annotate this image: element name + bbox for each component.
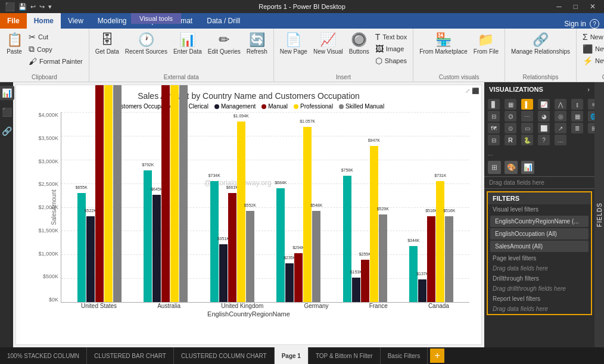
visual-tools-tab[interactable]: Visual tools: [131, 13, 181, 24]
signin-link[interactable]: Sign in: [564, 20, 586, 28]
bar-4-2[interactable]: $255K: [361, 260, 369, 302]
viz-icon-scatter[interactable]: ⋯: [521, 111, 533, 122]
copy-button[interactable]: ⧉ Copy: [26, 43, 85, 55]
viz-icon-qna[interactable]: ?: [538, 135, 550, 145]
quick-access-undo[interactable]: ↩: [30, 3, 36, 11]
tab-file[interactable]: File: [0, 13, 27, 29]
bar-0-3[interactable]: $3.709K: [104, 85, 113, 302]
quick-access-more[interactable]: ▾: [48, 3, 52, 11]
tab-view[interactable]: View: [61, 13, 91, 29]
quick-access-redo[interactable]: ↪: [39, 3, 45, 11]
format-painter-button[interactable]: 🖌 Format Painter: [26, 55, 85, 67]
tab-home[interactable]: Home: [27, 13, 61, 29]
enter-data-button[interactable]: 📊 Enter Data: [171, 31, 204, 56]
viz-icon-filled-map[interactable]: 🗺: [488, 123, 500, 133]
viz-icon-area[interactable]: ⋀: [555, 99, 566, 110]
viz-icon-multirow-card[interactable]: ⬜: [538, 123, 550, 133]
viz-icon-more[interactable]: …: [555, 135, 566, 145]
maximize-button[interactable]: □: [570, 1, 581, 12]
viz-icon-line-col[interactable]: ⫿: [571, 99, 583, 110]
quick-access-save[interactable]: 💾: [18, 3, 27, 11]
filter-item-country[interactable]: EnglishCountryRegionName (...: [490, 216, 589, 227]
tab-top-bottom-filter[interactable]: TOP & Bittom N Filter: [309, 347, 381, 364]
bar-3-1[interactable]: $235K: [285, 263, 294, 302]
new-quick-measure-button[interactable]: ⚡ New Quick Measure: [580, 55, 604, 67]
close-button[interactable]: ✕: [586, 1, 599, 12]
from-file-button[interactable]: 📁 From File: [471, 31, 501, 56]
bar-0-4[interactable]: $2.831K: [113, 85, 122, 302]
viz-icon-waterfall[interactable]: ⊟: [488, 111, 500, 122]
tab-page1[interactable]: Page 1: [275, 347, 309, 364]
viz-icon-slicer[interactable]: ≣: [571, 123, 583, 133]
bar-4-1[interactable]: $153K: [352, 278, 360, 302]
viz-icon-pie[interactable]: ◕: [538, 111, 550, 122]
from-marketplace-button[interactable]: 🏪 From Marketplace: [417, 31, 470, 56]
bar-5-2[interactable]: $516K: [427, 216, 435, 302]
viz-icon-line[interactable]: 📈: [538, 99, 550, 110]
new-page-button[interactable]: 📄 New Page: [278, 31, 310, 56]
edit-queries-button[interactable]: ✏ Edit Queries: [206, 31, 243, 56]
new-measure-button[interactable]: Σ New Measure: [580, 31, 604, 43]
buttons-button[interactable]: 🔘 Buttons: [347, 31, 372, 56]
tab-modeling[interactable]: Modeling: [91, 13, 134, 29]
bar-3-0[interactable]: $684K: [276, 188, 285, 302]
bar-2-2[interactable]: $661K: [228, 193, 236, 302]
shapes-button[interactable]: ⬡ Shapes: [373, 55, 410, 67]
nav-report-icon[interactable]: 📊: [0, 86, 14, 100]
bar-1-1[interactable]: $645K: [152, 195, 161, 302]
bar-5-3[interactable]: $731K: [436, 181, 444, 302]
bar-3-3[interactable]: $1.057K: [303, 127, 312, 302]
new-column-button[interactable]: ⬛ New Column: [580, 43, 604, 55]
viz-icon-stacked-bar[interactable]: ▦: [505, 99, 516, 110]
help-icon[interactable]: ?: [590, 19, 599, 29]
recent-sources-button[interactable]: 🕐 Recent Sources: [123, 31, 170, 56]
bar-2-4[interactable]: $552K: [246, 211, 254, 302]
bar-3-4[interactable]: $548K: [312, 211, 320, 302]
bar-4-0[interactable]: $758K: [343, 176, 351, 302]
add-page-button[interactable]: +: [430, 349, 444, 363]
bar-1-3[interactable]: $3.656K: [170, 85, 179, 302]
analytics-tab-icon[interactable]: 📊: [521, 161, 534, 174]
new-visual-button[interactable]: 📈 New Visual: [311, 31, 345, 56]
image-button[interactable]: 🖼 Image: [373, 43, 410, 55]
tab-clustered-column-chart[interactable]: CLUSTERED COLUMN CHART: [174, 347, 275, 364]
bar-2-1[interactable]: $351K: [219, 244, 228, 302]
viz-icon-clustered-col[interactable]: ▌: [521, 99, 533, 110]
refresh-button[interactable]: 🔄 Refresh: [244, 31, 270, 56]
viz-icon-r-visual[interactable]: R: [505, 135, 516, 145]
cut-button[interactable]: ✂ Cut: [26, 31, 85, 43]
bar-4-3[interactable]: $947K: [370, 146, 378, 302]
bar-1-4[interactable]: $1.755K: [179, 85, 188, 302]
tab-clustered-bar-chart[interactable]: CLUSTERED BAR CHART: [87, 347, 174, 364]
viz-icon-gauge[interactable]: ⊙: [505, 123, 516, 133]
bar-2-0[interactable]: $734K: [210, 181, 219, 302]
tab-data-drill[interactable]: Data / Drill: [200, 13, 247, 29]
textbox-button[interactable]: T Text box: [373, 31, 410, 43]
fields-tab-icon[interactable]: ⊞: [488, 161, 501, 174]
manage-relationships-button[interactable]: 🔗 Manage Relationships: [509, 31, 572, 56]
chart-resize-handle[interactable]: ⤢ ⬛: [465, 88, 479, 94]
filter-item-sales[interactable]: SalesAmount (All): [490, 241, 589, 252]
viz-icon-funnel[interactable]: ⏣: [505, 111, 516, 122]
bar-0-1[interactable]: $522K: [86, 216, 95, 302]
nav-data-icon[interactable]: ⬛: [0, 105, 14, 119]
viz-icon-bar[interactable]: ▊: [488, 99, 500, 110]
paste-button[interactable]: 📋 Paste: [4, 31, 25, 56]
fields-sidebar-toggle[interactable]: FIELDS: [594, 82, 604, 347]
format-tab-icon[interactable]: 🎨: [505, 161, 518, 174]
nav-model-icon[interactable]: 🔗: [0, 124, 14, 138]
viz-icon-matrix[interactable]: ⊟: [488, 135, 500, 145]
viz-icon-donut[interactable]: ◎: [555, 111, 566, 122]
tab-basic-filters[interactable]: Basic Filters: [381, 347, 428, 364]
viz-panel-expand[interactable]: ›: [587, 86, 590, 93]
viz-icon-python[interactable]: 🐍: [521, 135, 533, 145]
get-data-button[interactable]: 🗄 Get Data: [93, 31, 122, 56]
filter-item-occupation[interactable]: EnglishOccupation (All): [490, 228, 589, 239]
bar-5-1[interactable]: $137K: [418, 279, 426, 302]
bar-3-2[interactable]: $294K: [294, 253, 303, 302]
minimize-button[interactable]: ─: [553, 1, 565, 12]
viz-icon-kpi[interactable]: ↗: [555, 123, 566, 133]
viz-icon-card[interactable]: ▭: [521, 123, 533, 133]
bar-0-2[interactable]: $2.173K: [95, 85, 104, 302]
viz-icon-treemap[interactable]: ▦: [571, 111, 583, 122]
